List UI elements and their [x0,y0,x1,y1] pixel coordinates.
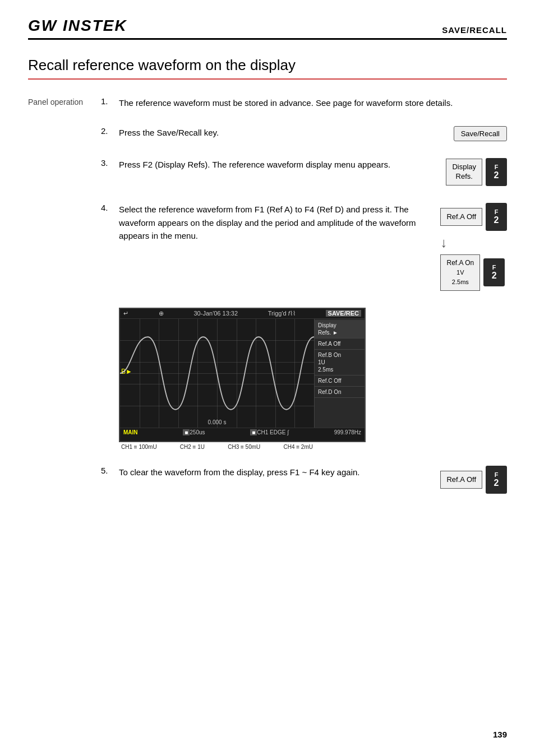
f2-button-step5[interactable]: F 2 [486,466,507,494]
step-4-btn-row-top: Ref.A Off F 2 [440,203,507,231]
sidebar-display-refs[interactable]: DisplayRefs. ► [315,320,365,338]
step-1: 1. The reference waveform must be stored… [101,96,507,109]
step-2-number: 2. [101,126,113,136]
oscillo-mode: SAVE/REC [326,310,361,317]
step-4-text: Select the reference waveform from F1 (R… [119,203,429,242]
page-number: 139 [493,730,507,739]
step-4-buttons: Ref.A Off F 2 ↓ Ref.A On1V2.5ms F 2 [440,203,507,290]
refa-on-button[interactable]: Ref.A On1V2.5ms [440,254,480,290]
display-refs-button[interactable]: DisplayRefs. [446,159,482,185]
panel-label: Panel operation [28,96,101,511]
step-2-buttons: Save/Recall [454,126,507,141]
step-3-number: 3. [101,158,113,168]
oscillo-top-bar: ↵ ⊕ 30-Jan'06 13:32 Trigg'd f⌇⌇ SAVE/REC [120,309,365,319]
main-content: Panel operation 1. The reference wavefor… [28,96,507,511]
step-5-text: To clear the waveform from the display, … [119,466,429,479]
ch3-value: CH3 ≡ 50mU [228,444,260,450]
steps-container: 1. The reference waveform must be stored… [101,96,507,511]
step-1-text: The reference waveform must be stored in… [119,96,507,109]
header-section: SAVE/RECALL [442,25,507,35]
step-5-buttons: Ref.A Off F 2 [440,466,507,494]
oscillo-icon2: ⊕ [159,310,164,317]
timebase-label: ■250us [183,429,205,435]
channel-values-row: CH1 ≡ 100mU CH2 ≡ 1U CH3 ≡ 50mU CH4 ≡ 2m… [119,444,315,450]
step-4-btn-row-bottom: Ref.A On1V2.5ms F 2 [440,254,505,290]
step-2-text: Press the Save/Recall key. [119,126,442,139]
step-4-number: 4. [101,203,113,212]
oscillo-icon1: ↵ [123,310,128,317]
step-5: 5. To clear the waveform from the displa… [101,466,507,494]
sidebar-refd-on[interactable]: Ref.D On [315,387,365,398]
sidebar-refa-off[interactable]: Ref.A Off [315,338,365,350]
ch1-edge-label: ■CH1 EDGE ∫ [250,429,289,435]
waveform-svg [120,319,314,428]
freq-label: 999.978Hz [334,429,361,435]
f2-button-step4-top[interactable]: F 2 [486,203,507,231]
page-title: Recall reference waveform on the display [28,57,507,80]
f2-button-step4-bottom[interactable]: F 2 [483,258,505,286]
step-5-number: 5. [101,466,113,475]
sidebar-refc-off[interactable]: Ref.C Off [315,375,365,387]
main-label: MAIN [123,429,138,435]
logo: GW INSTEK [28,17,127,35]
step-3: 3. Press F2 (Display Refs). The referenc… [101,158,507,186]
page: GW INSTEK SAVE/RECALL Recall reference w… [0,0,535,756]
refa-off-button-step5[interactable]: Ref.A Off [440,471,482,489]
save-recall-button[interactable]: Save/Recall [454,126,507,141]
step-3-text: Press F2 (Display Refs). The reference w… [119,158,435,171]
oscillo-timestamp: 30-Jan'06 13:32 [194,310,238,317]
step-4: 4. Select the reference waveform from F1… [101,203,507,290]
step-1-number: 1. [101,96,113,106]
arrow-down-icon: ↓ [440,235,447,251]
step-3-buttons: DisplayRefs. F 2 [446,158,507,186]
header: GW INSTEK SAVE/RECALL [28,17,507,40]
oscillo-grid: B► 0.000 s [120,319,314,428]
oscilloscope-container: ↵ ⊕ 30-Jan'06 13:32 Trigg'd f⌇⌇ SAVE/REC [119,308,507,450]
oscillo-bottom-bar: MAIN ■250us ■CH1 EDGE ∫ 999.978Hz [120,428,365,437]
oscillo-main: B► 0.000 s DisplayRefs. ► [120,319,365,428]
ch2-value: CH2 ≡ 1U [180,444,205,450]
oscilloscope-display: ↵ ⊕ 30-Jan'06 13:32 Trigg'd f⌇⌇ SAVE/REC [119,308,366,442]
ch4-value: CH4 ≡ 2mU [283,444,313,450]
ch1-value: CH1 ≡ 100mU [121,444,157,450]
oscillo-trigg: Trigg'd f⌇⌇ [268,310,296,317]
step-2: 2. Press the Save/Recall key. Save/Recal… [101,126,507,141]
oscillo-sidebar: DisplayRefs. ► Ref.A Off Ref.B On1U2.5ms… [314,319,365,428]
sidebar-refb-on[interactable]: Ref.B On1U2.5ms [315,350,365,375]
refa-off-button-top[interactable]: Ref.A Off [440,208,482,226]
f2-button-step3[interactable]: F 2 [486,158,507,186]
